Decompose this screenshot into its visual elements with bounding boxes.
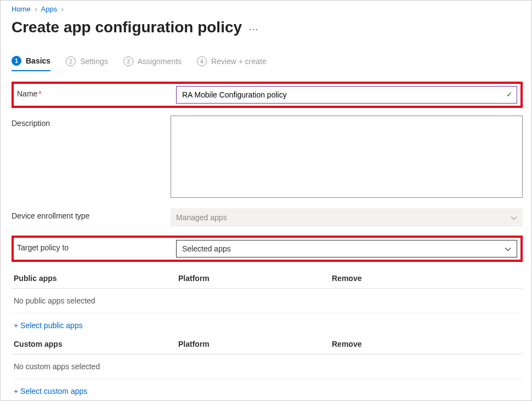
chevron-down-icon [511,214,517,221]
tab-basics[interactable]: 1 Basics [12,56,50,71]
tab-label: Basics [26,56,50,65]
col-platform: Platform [178,274,332,283]
tab-label: Review + create [211,57,267,66]
col-remove: Remove [332,274,520,283]
public-apps-empty-text: No public apps selected [14,296,95,305]
select-custom-apps-link[interactable]: + Select custom apps [12,379,523,399]
step-number-icon: 1 [12,56,21,66]
breadcrumb: Home › Apps › [12,5,523,13]
col-custom-apps: Custom apps [14,340,178,348]
enrollment-type-label: Device enrollment type [12,208,171,220]
description-input[interactable] [171,116,523,198]
tab-label: Assignments [138,57,182,66]
enrollment-type-select: Managed apps [171,208,523,227]
tab-review-create[interactable]: 4 Review + create [197,56,267,71]
target-policy-value: Selected apps [182,244,231,253]
name-input[interactable] [176,86,517,104]
select-public-apps-link[interactable]: + Select public apps [12,313,523,333]
step-number-icon: 4 [197,56,207,66]
page-root: Home › Apps › Create app configuration p… [0,0,532,401]
custom-apps-header: Custom apps Platform Remove [12,335,523,354]
highlight-name-row: Name* ✓ [12,82,523,108]
enrollment-type-value: Managed apps [176,213,227,222]
tab-assignments[interactable]: 3 Assignments [123,56,182,71]
chevron-right-icon: › [35,5,37,13]
required-icon: * [38,89,41,98]
chevron-right-icon: › [61,5,64,13]
page-title: Create app configuration policy [12,19,242,36]
breadcrumb-apps[interactable]: Apps [41,5,58,13]
custom-apps-empty-text: No custom apps selected [14,362,100,371]
wizard-tabs: 1 Basics 2 Settings 3 Assignments 4 Revi… [12,56,523,72]
custom-apps-empty-row: No custom apps selected [12,354,523,379]
step-number-icon: 3 [123,56,133,66]
tab-label: Settings [80,57,108,66]
checkmark-icon: ✓ [506,90,513,99]
target-policy-label: Target policy to [17,240,176,252]
public-apps-empty-row: No public apps selected [12,289,523,313]
highlight-target-row: Target policy to Selected apps [12,236,523,262]
public-apps-header: Public apps Platform Remove [12,270,523,289]
target-policy-select[interactable]: Selected apps [176,240,517,257]
breadcrumb-home[interactable]: Home [12,5,31,13]
col-remove: Remove [332,340,520,348]
tab-settings[interactable]: 2 Settings [66,56,108,71]
description-label: Description [12,116,171,128]
name-label: Name* [17,86,176,98]
step-number-icon: 2 [66,56,76,66]
chevron-down-icon [505,245,511,252]
col-public-apps: Public apps [14,274,178,283]
col-platform: Platform [178,340,332,348]
more-actions-icon[interactable]: ⋯ [248,21,258,34]
